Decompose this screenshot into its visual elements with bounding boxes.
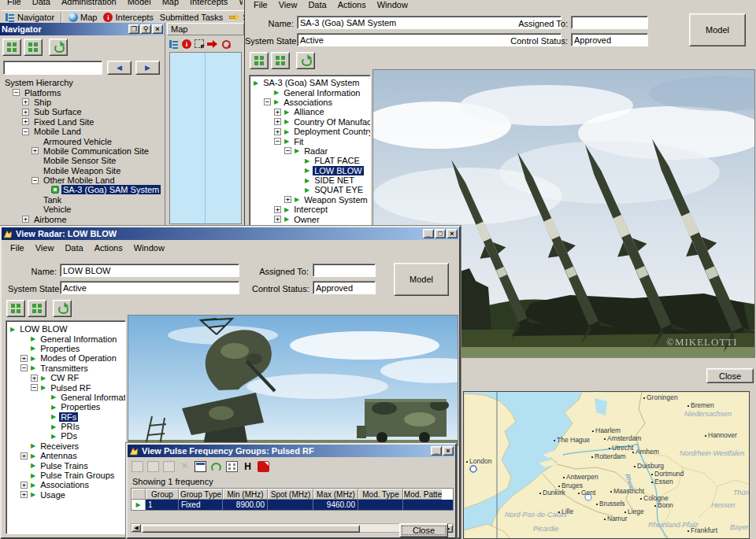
tree-item[interactable]: Mobile Sensor Site [2,156,164,165]
tree-item[interactable]: ▶General Information [252,87,370,97]
menu-item-actions[interactable]: Actions [89,243,128,253]
scroll-thumb[interactable] [142,525,360,533]
pulse-table[interactable]: GroupGroup TypeMin (MHz)Spot (MHz)Max (M… [131,488,454,511]
menu-item-administration[interactable]: Administration [56,0,122,6]
tree-item[interactable]: −▶Radar [252,146,370,156]
menu-item-data[interactable]: Data [27,0,56,6]
pdf-export-icon[interactable] [258,461,269,472]
tree-item[interactable]: +▶Associations [9,480,125,489]
tree-item[interactable]: +▶Intercept [252,205,370,214]
tree-item[interactable]: ▶Pulse Train Groups [9,471,125,480]
expand-all-button[interactable] [250,52,269,69]
expand-icon[interactable]: + [32,147,39,154]
select-icon[interactable] [195,39,204,48]
tree-item[interactable]: +▶Antennas [9,451,125,460]
refresh-button[interactable] [296,52,315,69]
expand-icon[interactable]: + [20,355,28,362]
tree-item[interactable]: ▶RFs [9,412,125,422]
scroll-left-icon[interactable]: ◀ [132,524,141,532]
close-icon[interactable]: × [443,446,454,456]
expand-all-button[interactable] [6,300,25,317]
tree-item[interactable]: ▶PRIs [9,422,125,431]
tree-item[interactable]: Mobile Weapon Site [2,166,164,175]
toolbar-submitted-tasks[interactable]: Submitted Tasks [157,13,227,22]
tree-item[interactable]: +▶Weapon System [252,195,370,205]
collapse-icon[interactable]: − [22,128,29,135]
menu-item-file[interactable]: File [5,243,30,253]
toolbar-system-management[interactable]: System Managemen [226,13,244,22]
menu-item-model[interactable]: Model [122,0,157,6]
radar-control-field[interactable] [313,281,376,294]
tree-item[interactable]: −▶Pulsed RF [9,382,125,392]
map-panel-canvas[interactable] [169,52,242,224]
radar-state-field[interactable] [60,281,239,294]
column-header[interactable]: Mod. Type [358,489,403,500]
pulse-close-button[interactable]: Close [399,523,448,537]
expand-icon[interactable]: + [22,98,29,105]
tree-item[interactable]: +▶Modes of Operation [9,353,125,363]
expand-icon[interactable]: + [20,482,28,489]
collapse-icon[interactable]: − [32,177,39,184]
minimize-icon[interactable]: _ [423,229,434,238]
tree-item[interactable]: ▶FLAT FACE [252,156,370,165]
menu-item-window[interactable]: Window [372,0,413,9]
tree-item[interactable]: Tank [2,195,164,205]
collapse-icon[interactable]: − [31,384,38,391]
tree-item[interactable]: +▶CW RF [9,373,125,382]
close-icon[interactable]: × [152,24,163,34]
sa3-assigned-field[interactable] [571,16,648,29]
expand-icon[interactable]: + [274,118,281,125]
menu-item-actions[interactable]: Actions [332,0,372,9]
sa3-control-field[interactable] [571,33,648,46]
toolbar-intercepts[interactable]: Intercepts [100,13,156,22]
expand-icon[interactable]: + [22,216,29,223]
toolbar-navigator[interactable]: Navigator [2,13,57,22]
tree-item[interactable]: −▶Fit [252,136,370,146]
pulse-titlebar[interactable]: View Pulse Frequency Groups: Pulsed RF _… [128,445,455,457]
expand-icon[interactable]: + [20,491,28,498]
tree-item[interactable]: ▶General Information [9,334,125,343]
radar-name-field[interactable] [60,264,239,277]
tree-item[interactable]: +▶Alliance [252,107,370,116]
expand-icon[interactable]: + [274,128,281,135]
tree-item[interactable]: +Sub Surface [2,107,164,116]
tree-item[interactable]: Vehicle [2,205,164,214]
refresh-icon[interactable] [210,461,222,472]
expand-icon[interactable]: + [274,109,281,116]
row-selector-icon[interactable]: ▶ [132,500,146,510]
expand-icon[interactable]: + [22,118,29,125]
radar-model-button[interactable]: Model [394,263,449,296]
maximize-icon[interactable]: □ [435,229,446,238]
find-previous-button[interactable]: ◀ [107,61,132,75]
sa3-model-button[interactable]: Model [689,13,746,46]
navigator-search-input[interactable] [3,61,102,75]
tree-item[interactable]: +Fixed Land Site [2,117,164,127]
tree-item[interactable]: System Hierarchy [2,78,164,87]
tree-item[interactable]: ▶General Information [9,393,125,402]
column-header[interactable]: Min (MHz) [223,489,268,500]
expand-icon[interactable]: + [274,216,281,223]
tree-item[interactable]: −▶Transmitters [9,364,125,373]
tree-item[interactable]: +▶Deployment Country [252,127,370,136]
tree-item[interactable]: +Ship [2,98,164,107]
column-header[interactable]: Spot (MHz) [268,489,313,500]
map-panel-titlebar[interactable]: Map [167,23,244,35]
expand-icon[interactable]: + [22,109,29,116]
tree-item[interactable]: Armoured Vehicle [2,136,164,146]
expand-all-button[interactable] [2,39,21,56]
column-header[interactable]: Group [146,489,179,500]
menu-item-window[interactable]: Window [233,0,243,6]
expand-icon[interactable]: + [274,206,281,213]
tree-item[interactable]: ▶Properties [9,402,125,412]
hide-columns-icon[interactable]: H [242,461,254,472]
refresh-button[interactable] [49,39,68,56]
collapse-all-button[interactable] [28,300,46,317]
menu-item-view[interactable]: View [273,0,303,9]
tree-item[interactable]: +▶Owner [252,214,370,223]
find-next-button[interactable]: ▶ [135,61,160,75]
tree-item[interactable]: ▶LOW BLOW [252,166,370,175]
menu-item-file[interactable]: File [248,0,273,9]
tree-item[interactable]: +Mobile Communication Site [2,146,164,156]
expand-icon[interactable]: + [20,452,28,460]
pin-icon[interactable]: ⚲ [140,24,151,34]
